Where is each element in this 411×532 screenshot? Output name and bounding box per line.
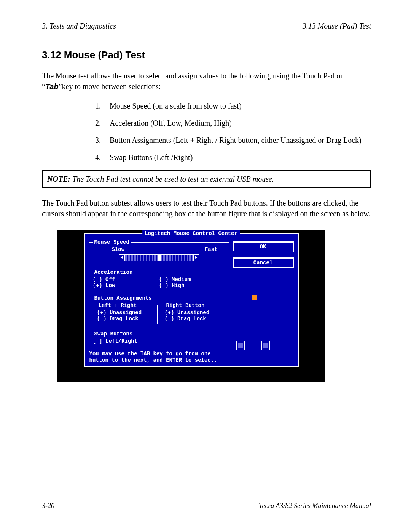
dos-screen-bg: Logitech Mouse Control Center Mouse Spee…: [57, 230, 325, 382]
mouse-speed-legend: Mouse Speed: [93, 239, 131, 245]
header-rule: [42, 33, 371, 33]
rb-draglock-radio[interactable]: ( ) Drag Lock: [165, 316, 221, 322]
cursor-indicator-icon: [252, 295, 257, 300]
dos-right-col: OK Cancel: [229, 235, 294, 363]
slider-track[interactable]: [125, 255, 193, 261]
mouse-button-indicators: [236, 341, 294, 350]
feature-list: Mouse Speed (on a scale from slow to fas…: [95, 102, 371, 162]
dos-left-col: Mouse Speed Slow Fast ◄: [89, 235, 229, 363]
note-box: NOTE: The Touch Pad test cannot be used …: [42, 170, 371, 188]
page-header: 3. Tests and Diagnostics 3.13 Mouse (Pad…: [42, 22, 371, 30]
page-number: 3-20: [42, 502, 54, 510]
slow-label: Slow: [112, 246, 125, 252]
speed-slider[interactable]: ◄ ►: [118, 254, 200, 262]
list-item: Button Assignments (Left + Right / Right…: [95, 136, 371, 145]
list-item: Acceleration (Off, Low, Medium, High): [95, 119, 371, 128]
accel-high-radio[interactable]: ( ) High: [159, 283, 225, 289]
mouse-speed-group: Mouse Speed Slow Fast ◄: [89, 239, 229, 265]
hint-line-1: You may use the TAB key to go from one: [89, 351, 229, 357]
dos-columns: Mouse Speed Slow Fast ◄: [89, 235, 294, 363]
acceleration-group: Acceleration ( ) Off (♦) Low ( ) Medium …: [89, 269, 229, 291]
lr-unassigned-radio[interactable]: (♦) Unassigned: [97, 310, 153, 316]
page-footer: 3-20 Tecra A3/S2 Series Maintenance Manu…: [42, 500, 371, 510]
right-button-legend: Right Button: [165, 302, 206, 308]
page: 3. Tests and Diagnostics 3.13 Mouse (Pad…: [0, 0, 411, 532]
right-button-group: Right Button (♦) Unassigned ( ) Drag Loc…: [161, 302, 225, 324]
accel-low-radio[interactable]: (♦) Low: [93, 283, 159, 289]
slider-labels: Slow Fast: [93, 246, 225, 252]
button-assignments-legend: Button Assignments: [93, 295, 153, 301]
acceleration-legend: Acceleration: [93, 269, 134, 275]
footer-rule: [42, 500, 371, 500]
slider-left-arrow-icon[interactable]: ◄: [119, 255, 125, 261]
swap-buttons-legend: Swap Buttons: [93, 331, 134, 337]
rb-unassigned-radio[interactable]: (♦) Unassigned: [165, 310, 221, 316]
fast-label: Fast: [205, 246, 218, 252]
dos-window: Logitech Mouse Control Center Mouse Spee…: [84, 233, 299, 367]
swap-leftright-checkbox[interactable]: [ ] Left/Right: [93, 338, 225, 344]
section-heading: 3.12 Mouse (Pad) Test: [42, 49, 371, 61]
manual-title: Tecra A3/S2 Series Maintenance Manual: [259, 502, 371, 510]
left-right-group: Left + Right (♦) Unassigned ( ) Drag Loc…: [93, 302, 158, 324]
left-right-legend: Left + Right: [97, 302, 139, 308]
accel-off-radio[interactable]: ( ) Off: [93, 276, 159, 283]
intro-paragraph: The Mouse test allows the user to select…: [42, 71, 371, 92]
right-button-indicator: [261, 341, 270, 350]
hint-line-2: button to the next, and ENTER to select.: [89, 357, 229, 363]
header-left: 3. Tests and Diagnostics: [42, 22, 116, 30]
dos-panel: Logitech Mouse Control Center Mouse Spee…: [84, 233, 299, 367]
left-button-indicator: [236, 341, 245, 350]
intro-post: ”key to move between selections:: [59, 82, 161, 91]
swap-buttons-group: Swap Buttons [ ] Left/Right: [89, 331, 229, 347]
lr-draglock-radio[interactable]: ( ) Drag Lock: [97, 316, 153, 322]
cancel-button[interactable]: Cancel: [233, 257, 294, 268]
dos-title: Logitech Mouse Control Center: [142, 230, 240, 236]
slider-right-arrow-icon[interactable]: ►: [193, 255, 199, 261]
slider-thumb[interactable]: [158, 255, 161, 261]
button-assignments-group: Button Assignments Left + Right (♦) Unas…: [89, 295, 229, 327]
ok-button[interactable]: OK: [233, 241, 294, 252]
paragraph-2: The Touch Pad button subtest allows user…: [42, 198, 371, 219]
accel-medium-radio[interactable]: ( ) Medium: [159, 276, 225, 283]
screenshot-figure: Logitech Mouse Control Center Mouse Spee…: [57, 230, 325, 382]
hint-text: You may use the TAB key to go from one b…: [89, 351, 229, 363]
note-label: NOTE:: [47, 175, 70, 183]
header-right: 3.13 Mouse (Pad) Test: [303, 22, 371, 30]
list-item: Mouse Speed (on a scale from slow to fas…: [95, 102, 371, 110]
note-text: The Touch Pad test cannot be used to tes…: [70, 175, 274, 183]
list-item: Swap Buttons (Left /Right): [95, 153, 371, 162]
tab-key-word: Tab: [45, 82, 59, 91]
